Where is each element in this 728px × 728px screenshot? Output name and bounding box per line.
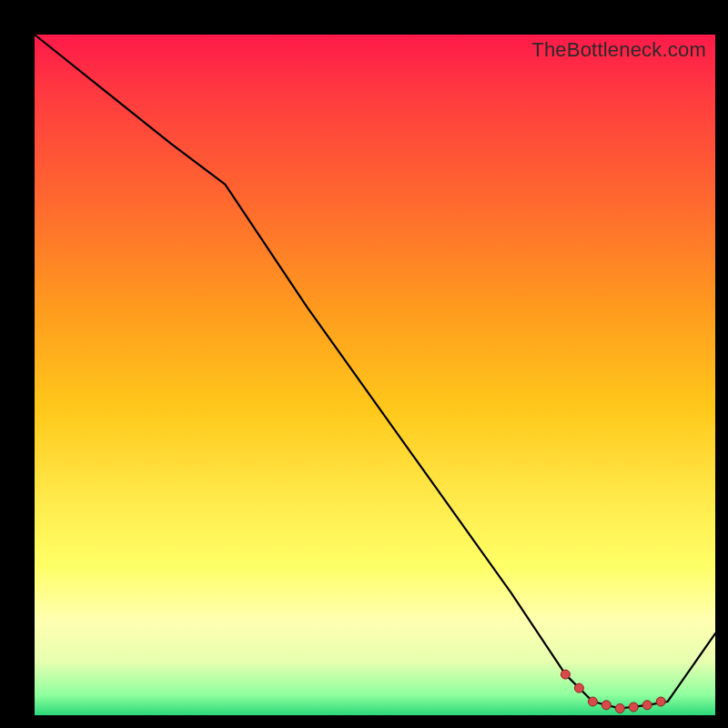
plot-area: TheBottleneck.com	[35, 35, 715, 715]
highlight-dot	[642, 701, 652, 710]
chart-frame: TheBottleneck.com	[11, 11, 717, 717]
highlight-dot	[588, 697, 597, 706]
highlight-dot	[656, 697, 665, 706]
highlight-dot	[602, 701, 611, 710]
highlight-dot	[574, 683, 583, 693]
bottleneck-curve	[35, 35, 715, 709]
highlight-dot	[615, 704, 624, 713]
chart-svg	[35, 35, 715, 715]
highlight-dot	[561, 670, 570, 679]
highlight-dot	[629, 703, 638, 712]
